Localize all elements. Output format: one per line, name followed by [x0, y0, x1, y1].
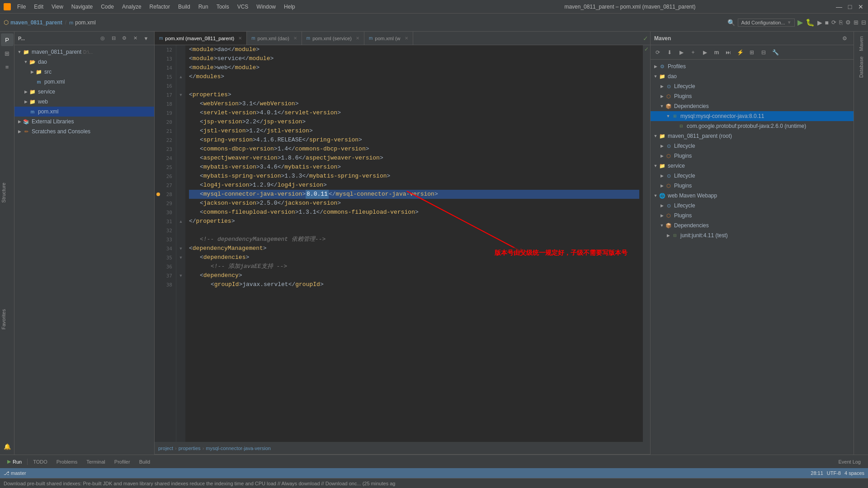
menu-vcs[interactable]: VCS [234, 3, 252, 11]
menu-analyze[interactable]: Analyze [118, 3, 145, 11]
structure-panel-tab[interactable]: Structure [0, 181, 7, 205]
menu-window[interactable]: Window [253, 3, 279, 11]
maven-item-dao-lifecycle[interactable]: ▶ ⊙ Lifecycle [651, 81, 854, 91]
tab-close-3[interactable]: ✕ [356, 36, 359, 41]
maven-item-service-lifecycle[interactable]: ▶ ⊙ Lifecycle [651, 171, 854, 181]
maven-item-web-plugins[interactable]: ▶ ⬡ Plugins [651, 211, 854, 221]
panel-expand-button[interactable]: ▼ [142, 34, 151, 43]
menu-edit[interactable]: Edit [30, 3, 47, 11]
maven-refresh-button[interactable]: ⟳ [652, 47, 663, 58]
tab-pom-parent[interactable]: m pom.xml (maven_0811_parent) ✕ [155, 32, 247, 45]
maven-item-protobuf[interactable]: ⊟ com.google.protobuf:protobuf-java:2.6.… [651, 121, 854, 131]
tab-pom-web[interactable]: m pom.xml (w ✕ [364, 32, 413, 45]
build-button[interactable]: Build [136, 458, 154, 465]
terminal-button[interactable]: Terminal [83, 458, 109, 465]
maven-wrench-button[interactable]: 🔧 [770, 47, 781, 58]
status-indent[interactable]: 4 spaces [844, 470, 864, 476]
run-panel-button[interactable]: ▶ Run [4, 458, 25, 465]
maximize-button[interactable]: □ [846, 3, 854, 10]
database-tab[interactable]: Database [858, 54, 865, 80]
tree-item-dao[interactable]: ▼ 📂 dao [14, 57, 154, 67]
maven-run2-button[interactable]: ▶ [699, 47, 710, 58]
tab-pom-service[interactable]: m pom.xml (service) ✕ [302, 32, 364, 45]
layout-button[interactable]: ⊟ [861, 19, 866, 26]
maven-expand-button[interactable]: ⊞ [746, 47, 757, 58]
minimize-button[interactable]: — [835, 3, 843, 10]
problems-button[interactable]: Problems [53, 458, 81, 465]
search-everywhere-icon[interactable]: 🔍 [727, 19, 735, 26]
run-button[interactable]: ▶ [797, 18, 803, 27]
fold-17[interactable]: ▼ [179, 93, 183, 97]
tree-item-web[interactable]: ▶ 📁 web [14, 97, 154, 107]
settings-button[interactable]: ⚙ [845, 19, 851, 26]
tree-item-root[interactable]: ▼ 📁 maven_0811_parent D:\... [14, 47, 154, 57]
maven-item-service[interactable]: ▼ 📁 service [651, 161, 854, 171]
collapse-all-button[interactable]: ⊟ [109, 34, 118, 43]
tab-close-2[interactable]: ✕ [293, 36, 297, 41]
status-encoding[interactable]: UTF-8 [827, 470, 841, 476]
maven-tab[interactable]: Maven [858, 33, 865, 54]
todo-button[interactable]: TODO [29, 458, 51, 465]
menu-view[interactable]: View [48, 3, 67, 11]
maven-skip-button[interactable]: ⏭ [723, 47, 734, 58]
tree-item-service[interactable]: ▶ 📁 service [14, 87, 154, 97]
maven-run-button[interactable]: ▶ [676, 47, 687, 58]
coverage-button[interactable]: ▶ [817, 19, 822, 26]
menu-refactor[interactable]: Refactor [146, 3, 174, 11]
menu-help[interactable]: Help [280, 3, 299, 11]
menu-run[interactable]: Run [195, 3, 212, 11]
maven-item-junit[interactable]: ▶ ⊟ junit:junit:4.11 (test) [651, 230, 854, 240]
tab-close-4[interactable]: ✕ [405, 36, 408, 41]
panel-close-button[interactable]: ✕ [131, 34, 140, 43]
notifications-icon[interactable]: 🔔 [1, 440, 14, 453]
debug-button[interactable]: 🐛 [806, 18, 815, 27]
menu-tools[interactable]: Tools [213, 3, 233, 11]
maven-item-dao-plugins[interactable]: ▶ ⬡ Plugins [651, 91, 854, 101]
menu-build[interactable]: Build [175, 3, 194, 11]
profiler-button[interactable]: Profiler [111, 458, 134, 465]
maven-item-parent-lifecycle[interactable]: ▶ ⊙ Lifecycle [651, 141, 854, 151]
maven-item-mysql[interactable]: ▼ ⊞ mysql:mysql-connector-java:8.0.11 [651, 111, 854, 121]
maven-m-button[interactable]: m [711, 47, 722, 58]
menu-file[interactable]: File [14, 3, 29, 11]
menu-navigate[interactable]: Navigate [68, 3, 96, 11]
maven-item-profiles[interactable]: ▶ ⚙ Profiles [651, 61, 854, 71]
code-editor[interactable]: <module>dao</module> <module>service</mo… [185, 45, 643, 442]
tree-item-src[interactable]: ▶ 📁 src [14, 67, 154, 77]
tree-item-scratches[interactable]: ▶ ✏ Scratches and Consoles [14, 127, 154, 136]
locate-file-button[interactable]: ◎ [98, 34, 107, 43]
menu-code[interactable]: Code [97, 3, 118, 11]
tree-item-ext-libs[interactable]: ▶ 📚 External Libraries [14, 117, 154, 127]
breadcrumb-properties[interactable]: properties [179, 446, 201, 451]
maven-item-parent[interactable]: ▼ 📁 maven_0811_parent (root) [651, 131, 854, 141]
favorites-panel-tab[interactable]: Favorites [0, 307, 7, 331]
maven-add-button[interactable]: + [688, 47, 698, 58]
structure-icon[interactable]: ≡ [1, 61, 14, 73]
fold-37[interactable]: ▼ [179, 273, 183, 278]
maven-item-web-deps[interactable]: ▼ 📦 Dependencies [651, 221, 854, 230]
tree-item-dao-pom[interactable]: m pom.xml [14, 77, 154, 87]
profile-button[interactable]: ⎘ [839, 19, 843, 26]
add-configuration-button[interactable]: Add Configuration... ▼ [738, 19, 794, 27]
status-line-col[interactable]: 28:11 [811, 470, 823, 476]
maven-item-service-plugins[interactable]: ▶ ⬡ Plugins [651, 181, 854, 191]
close-button[interactable]: ✕ [857, 3, 864, 10]
sync-button[interactable]: ⟳ [831, 19, 836, 26]
tree-item-pom[interactable]: m pom.xml [14, 107, 154, 117]
breadcrumb-version[interactable]: mysql-connector-java-version [206, 446, 271, 451]
terminal-quick-button[interactable]: ⊞ [854, 19, 859, 26]
fold-15[interactable]: ▲ [179, 75, 183, 79]
maven-item-web[interactable]: ▼ 🌐 web Maven Webapp [651, 191, 854, 201]
project-view-icon[interactable]: P [1, 33, 14, 46]
panel-settings-button[interactable]: ⚙ [120, 34, 129, 43]
tab-close-1[interactable]: ✕ [238, 36, 242, 41]
maven-download-button[interactable]: ⬇ [664, 47, 675, 58]
fold-34[interactable]: ▼ [179, 246, 183, 251]
maven-bolt-button[interactable]: ⚡ [735, 47, 745, 58]
maven-item-dao-deps[interactable]: ▼ 📦 Dependencies [651, 101, 854, 111]
maven-item-parent-plugins[interactable]: ▶ ⬡ Plugins [651, 151, 854, 161]
maven-item-dao[interactable]: ▼ 📁 dao [651, 71, 854, 81]
maven-collapse-button[interactable]: ⊟ [758, 47, 769, 58]
fold-35[interactable]: ▼ [179, 255, 183, 260]
breadcrumb-project[interactable]: project [158, 446, 173, 451]
